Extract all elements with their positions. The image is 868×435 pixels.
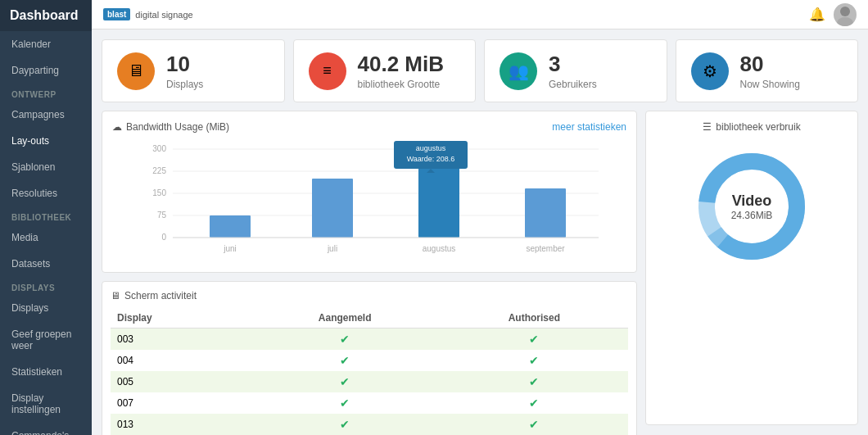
main-area: blast digital signage 🔔 🖥 10 Displays ≡ xyxy=(92,0,868,435)
bell-icon[interactable]: 🔔 xyxy=(809,7,825,22)
sidebar-item-dayparting[interactable]: Dayparting xyxy=(0,57,92,84)
logo-subtitle: digital signage xyxy=(135,10,192,20)
logo-box: blast xyxy=(103,8,130,20)
svg-point-0 xyxy=(840,7,850,16)
svg-text:juli: juli xyxy=(327,244,337,253)
stat-label-bibliotheek: bibliotheek Grootte xyxy=(358,79,445,90)
activity-table: Display Aangemeld Authorised 003 ✔ ✔ 004… xyxy=(111,308,628,435)
table-row: 005 ✔ ✔ xyxy=(111,371,628,392)
topbar: blast digital signage 🔔 xyxy=(92,0,868,29)
svg-text:augustus: augustus xyxy=(416,144,446,152)
svg-text:75: 75 xyxy=(157,211,167,220)
stat-value-nowshowing: 80 xyxy=(740,52,800,77)
cell-aangemeld: ✔ xyxy=(250,329,441,351)
donut-sub-text: 24.36MiB xyxy=(731,210,773,221)
sidebar-section-displays: DISPLAYS xyxy=(0,277,92,295)
cell-authorised: ✔ xyxy=(441,392,628,414)
stat-label-nowshowing: Now Showing xyxy=(740,79,800,90)
donut-main-text: Video xyxy=(731,193,773,210)
cell-aangemeld: ✔ xyxy=(250,350,441,371)
cell-display: 013 xyxy=(111,414,250,435)
stat-value-gebruikers: 3 xyxy=(549,52,597,77)
cell-display: 007 xyxy=(111,392,250,414)
sidebar-item-display-instellingen[interactable]: Display instellingen xyxy=(0,385,92,423)
cloud-icon: ☁ xyxy=(112,121,122,133)
col-aangemeld: Aangemeld xyxy=(250,308,441,329)
cell-aangemeld: ✔ xyxy=(250,414,441,435)
content: 🖥 10 Displays ≡ 40.2 MiB bibliotheek Gro… xyxy=(92,29,868,435)
stat-card-displays: 🖥 10 Displays xyxy=(102,39,285,102)
sidebar-item-kalender[interactable]: Kalender xyxy=(0,31,92,57)
stat-card-bibliotheek: ≡ 40.2 MiB bibliotheek Grootte xyxy=(293,39,477,102)
library-icon: ☰ xyxy=(703,121,712,133)
svg-text:juni: juni xyxy=(223,244,237,253)
bandwidth-chart: 300 225 150 75 0 xyxy=(112,141,626,260)
activity-title: 🖥 Scherm activiteit xyxy=(111,290,628,301)
topbar-right: 🔔 xyxy=(809,3,857,26)
donut-label: Video 24.36MiB xyxy=(731,193,773,221)
cell-authorised: ✔ xyxy=(441,329,628,351)
stat-icon-displays: 🖥 xyxy=(117,52,155,90)
sidebar-item-media[interactable]: Media xyxy=(0,224,92,251)
sidebar-item-resoluties[interactable]: Resoluties xyxy=(0,180,92,206)
sidebar-section-ontwerp: ONTWERP xyxy=(0,84,92,102)
sidebar-item-lay-outs[interactable]: Lay-outs xyxy=(0,128,92,154)
sidebar-item-datasets[interactable]: Datasets xyxy=(0,251,92,277)
svg-text:300: 300 xyxy=(152,144,166,153)
library-panel: ☰ bibliotheek verbruik Video 24.36MiB xyxy=(645,111,858,425)
svg-rect-12 xyxy=(210,215,251,238)
cell-aangemeld: ✔ xyxy=(250,392,441,414)
sidebar-item-geef-groepen[interactable]: Geef groepen weer xyxy=(0,321,92,359)
sidebar-title: Dashboard xyxy=(0,0,92,31)
sidebar-item-statistieken[interactable]: Statistieken xyxy=(0,359,92,385)
svg-text:225: 225 xyxy=(152,166,166,175)
table-row: 007 ✔ ✔ xyxy=(111,392,628,414)
col-authorised: Authorised xyxy=(441,308,628,329)
svg-rect-19 xyxy=(525,188,566,238)
library-title: ☰ bibliotheek verbruik xyxy=(703,121,800,133)
svg-rect-13 xyxy=(312,179,353,238)
bottom-row: ☁ Bandwidth Usage (MiB) meer statistieke… xyxy=(102,111,858,425)
stat-icon-nowshowing: ⚙ xyxy=(691,52,729,90)
meer-statistieken-link[interactable]: meer statistieken xyxy=(552,121,626,133)
sidebar: Dashboard Kalender Dayparting ONTWERP Ca… xyxy=(0,0,92,435)
cell-aangemeld: ✔ xyxy=(250,371,441,392)
cell-display: 003 xyxy=(111,329,250,351)
stat-value-displays: 10 xyxy=(166,52,203,77)
donut-chart: Video 24.36MiB xyxy=(694,149,809,264)
table-row: 004 ✔ ✔ xyxy=(111,350,628,371)
cell-authorised: ✔ xyxy=(441,350,628,371)
sidebar-item-commandos[interactable]: Commando's xyxy=(0,423,92,435)
activity-panel: 🖥 Scherm activiteit Display Aangemeld Au… xyxy=(102,281,637,435)
avatar[interactable] xyxy=(834,3,857,26)
svg-text:Waarde: 208.6: Waarde: 208.6 xyxy=(407,155,455,163)
cell-display: 004 xyxy=(111,350,250,371)
sidebar-item-displays[interactable]: Displays xyxy=(0,295,92,321)
sidebar-section-bibliotheek: BIBLIOTHEEK xyxy=(0,206,92,224)
sidebar-item-campagnes[interactable]: Campagnes xyxy=(0,102,92,128)
chart-header: ☁ Bandwidth Usage (MiB) meer statistieke… xyxy=(112,121,626,133)
chart-title: ☁ Bandwidth Usage (MiB) xyxy=(112,121,229,133)
cell-authorised: ✔ xyxy=(441,371,628,392)
svg-text:150: 150 xyxy=(152,188,166,197)
stat-label-gebruikers: Gebruikers xyxy=(549,79,597,90)
bandwidth-panel: ☁ Bandwidth Usage (MiB) meer statistieke… xyxy=(102,111,637,273)
cell-display: 005 xyxy=(111,371,250,392)
svg-text:augustus: augustus xyxy=(423,244,456,253)
stat-card-gebruikers: 👥 3 Gebruikers xyxy=(484,39,667,102)
stat-row: 🖥 10 Displays ≡ 40.2 MiB bibliotheek Gro… xyxy=(102,39,858,102)
stat-icon-gebruikers: 👥 xyxy=(500,52,537,90)
stat-card-nowshowing: ⚙ 80 Now Showing xyxy=(676,39,859,102)
topbar-logo: blast digital signage xyxy=(103,8,193,20)
svg-point-1 xyxy=(837,17,853,26)
table-row: 013 ✔ ✔ xyxy=(111,414,628,435)
table-row: 003 ✔ ✔ xyxy=(111,329,628,351)
stat-icon-bibliotheek: ≡ xyxy=(309,52,346,90)
col-display: Display xyxy=(111,308,250,329)
cell-authorised: ✔ xyxy=(441,414,628,435)
stat-label-displays: Displays xyxy=(166,79,203,90)
sidebar-item-sjablonen[interactable]: Sjablonen xyxy=(0,154,92,180)
svg-text:0: 0 xyxy=(161,233,166,242)
svg-text:september: september xyxy=(526,244,565,253)
monitor-icon: 🖥 xyxy=(111,290,120,301)
